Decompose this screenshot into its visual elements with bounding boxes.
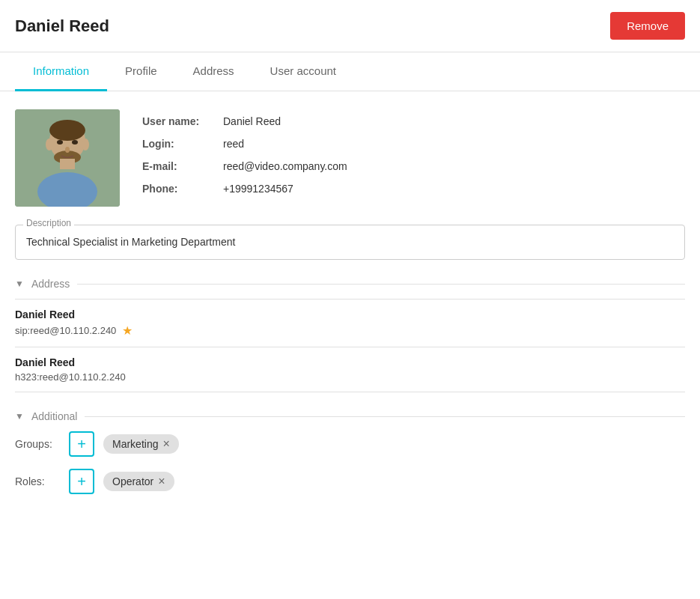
login-value: reed	[223, 138, 244, 150]
address-item: Daniel Reed sip:reed@10.110.2.240 ★	[15, 299, 685, 347]
phone-value: +19991234567	[223, 183, 293, 195]
groups-tag-label: Marketing	[112, 438, 158, 450]
roles-label: Roles:	[15, 475, 60, 487]
roles-tag-remove-icon[interactable]: ×	[158, 475, 165, 487]
tab-user-account[interactable]: User account	[252, 52, 354, 91]
phone-row: Phone: +19991234567	[142, 183, 347, 195]
address-value: h323:reed@10.110.2.240	[15, 371, 126, 383]
tab-information[interactable]: Information	[15, 52, 107, 91]
svg-point-8	[57, 140, 63, 145]
content-area: User name: Daniel Reed Login: reed E-mai…	[0, 91, 700, 524]
address-list: Daniel Reed sip:reed@10.110.2.240 ★ Dani…	[15, 299, 685, 392]
svg-point-10	[65, 147, 70, 153]
tab-address[interactable]: Address	[175, 52, 252, 91]
address-section-header: ▼ Address	[15, 278, 685, 290]
address-chevron-icon[interactable]: ▼	[15, 279, 24, 289]
description-text: Technical Specialist in Marketing Depart…	[26, 236, 235, 248]
remove-button[interactable]: Remove	[610, 12, 685, 40]
login-label: Login:	[142, 138, 217, 150]
username-label: User name:	[142, 115, 217, 127]
address-section-title: Address	[31, 278, 70, 290]
additional-section-title: Additional	[31, 410, 78, 422]
address-name: Daniel Reed	[15, 308, 685, 320]
roles-tag-label: Operator	[112, 475, 153, 487]
email-label: E-mail:	[142, 160, 217, 172]
svg-rect-4	[60, 159, 75, 169]
phone-label: Phone:	[142, 183, 217, 195]
page-header: Daniel Reed Remove	[0, 0, 700, 52]
user-info-section: User name: Daniel Reed Login: reed E-mai…	[15, 109, 685, 207]
additional-section: ▼ Additional Groups: + Marketing × Roles…	[15, 410, 685, 494]
description-box: Description Technical Specialist in Mark…	[15, 225, 685, 260]
username-value: Daniel Reed	[223, 115, 281, 127]
address-name: Daniel Reed	[15, 356, 685, 368]
email-row: E-mail: reed@video.company.com	[142, 160, 347, 172]
svg-point-2	[49, 120, 85, 141]
roles-row: Roles: + Operator ×	[15, 469, 685, 494]
login-row: Login: reed	[142, 138, 347, 150]
address-line: sip:reed@10.110.2.240 ★	[15, 323, 685, 338]
svg-point-7	[82, 139, 89, 150]
roles-add-button[interactable]: +	[69, 469, 94, 494]
svg-point-6	[46, 139, 53, 150]
groups-add-button[interactable]: +	[69, 431, 94, 457]
svg-point-9	[72, 140, 78, 145]
avatar	[15, 109, 120, 207]
username-row: User name: Daniel Reed	[142, 115, 347, 127]
address-item: Daniel Reed h323:reed@10.110.2.240	[15, 347, 685, 392]
user-details: User name: Daniel Reed Login: reed E-mai…	[142, 109, 347, 207]
address-line: h323:reed@10.110.2.240	[15, 371, 685, 383]
page-title: Daniel Reed	[15, 16, 109, 36]
tabs-bar: Information Profile Address User account	[0, 52, 700, 91]
groups-label: Groups:	[15, 438, 60, 450]
groups-tag: Marketing ×	[103, 434, 179, 454]
star-icon: ★	[122, 323, 133, 338]
roles-tag: Operator ×	[103, 472, 174, 491]
groups-tag-remove-icon[interactable]: ×	[162, 438, 169, 450]
additional-chevron-icon[interactable]: ▼	[15, 411, 24, 422]
address-value: sip:reed@10.110.2.240	[15, 325, 116, 336]
groups-row: Groups: + Marketing ×	[15, 431, 685, 457]
tab-profile[interactable]: Profile	[107, 52, 175, 91]
additional-section-header: ▼ Additional	[15, 410, 685, 422]
email-value: reed@video.company.com	[223, 160, 347, 172]
description-legend: Description	[23, 218, 74, 228]
